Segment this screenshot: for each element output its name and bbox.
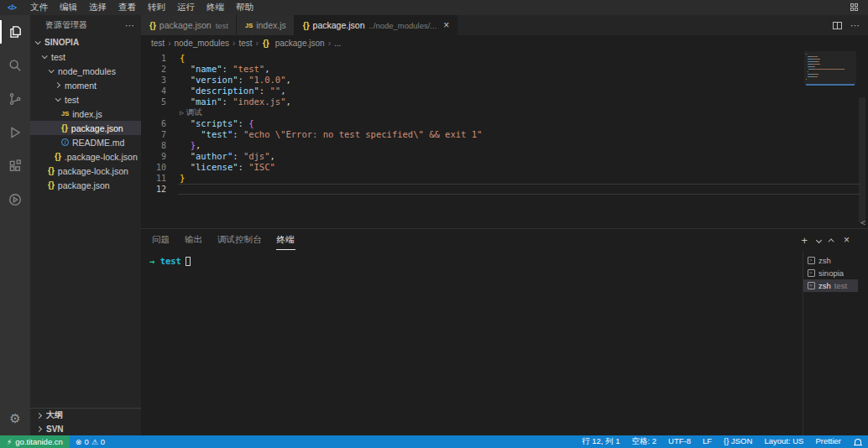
warning-count: 0 [101, 437, 105, 446]
statusbar-item-6[interactable]: Prettier [815, 436, 841, 447]
tab-description: ../node_modules/... [369, 21, 437, 30]
panel-tab-0[interactable]: 问题 [151, 230, 170, 250]
settings-gear-icon[interactable]: ⚙ [0, 402, 30, 435]
extensions-icon[interactable] [0, 149, 30, 183]
window-layout-icon[interactable] [850, 3, 860, 13]
menu-item-0[interactable]: 文件 [24, 2, 54, 13]
warning-icon: ⚠ [92, 438, 98, 446]
statusbar-item-0[interactable]: 行 12, 列 1 [582, 436, 620, 447]
panel-tab-3[interactable]: 终端 [276, 230, 295, 250]
statusbar-right-items: 行 12, 列 1空格: 2UTF-8LF{} JSONLayout: USPr… [582, 436, 841, 447]
minimap-slider[interactable] [804, 51, 856, 85]
code-line-4[interactable]: 4 "description": "", [141, 86, 792, 96]
terminal-icon: > [808, 282, 815, 289]
editor-tab-2[interactable]: {}package.json../node_modules/...× [295, 15, 458, 35]
statusbar-item-2[interactable]: UTF-8 [668, 436, 691, 447]
code-line-10[interactable]: 10 "license": "ISC" [141, 162, 792, 173]
maximize-panel-icon[interactable] [829, 238, 834, 244]
chevron-right-icon [36, 412, 42, 418]
test-runner-icon[interactable] [0, 183, 30, 216]
sidebar-section-0[interactable]: 大纲 [30, 409, 141, 422]
statusbar-item-3[interactable]: LF [703, 436, 712, 447]
explorer-icon[interactable] [0, 15, 30, 49]
terminal-list-item-1[interactable]: >sinopia [803, 267, 858, 279]
terminal-name: sinopia [818, 268, 844, 278]
sidebar-section-1[interactable]: SVN [30, 422, 141, 435]
tree-item-3[interactable]: moment [30, 78, 141, 92]
code-line-3[interactable]: 3 "version": "1.0.0", [141, 75, 792, 86]
minimap[interactable] [806, 54, 855, 86]
breadcrumb-item-0[interactable]: test [151, 39, 165, 48]
close-icon[interactable]: × [443, 20, 449, 30]
statusbar-item-4[interactable]: {} JSON [724, 436, 752, 447]
breadcrumb-item-4[interactable]: ... [334, 39, 341, 48]
breadcrumb-item-1[interactable]: node_modules [174, 39, 229, 48]
chevron-left-icon[interactable]: < [860, 218, 865, 227]
menu-item-7[interactable]: 帮助 [230, 2, 259, 13]
code-line-5[interactable]: 5 "main": "index.js", [141, 96, 792, 107]
new-terminal-icon[interactable]: + [801, 234, 808, 247]
menu-item-4[interactable]: 转到 [142, 2, 171, 13]
terminal-list-item-0[interactable]: >zsh [803, 254, 858, 267]
remote-indicator[interactable]: ⚡ go.titanide.cn [0, 435, 70, 448]
code-line-7[interactable]: 7 "test": "echo \"Error: no test specifi… [141, 129, 792, 140]
editor-tab-1[interactable]: JSindex.js [237, 15, 295, 35]
menu-item-2[interactable]: 选择 [83, 2, 112, 13]
editor-more-actions-icon[interactable]: ⋯ [850, 20, 860, 31]
code-text: }, [180, 140, 201, 151]
editor-scrollbar[interactable] [856, 50, 868, 228]
editor-tab-0[interactable]: {}package.jsontest [141, 15, 237, 35]
chevron-down-icon [35, 39, 41, 44]
run-and-debug-icon[interactable] [0, 116, 30, 149]
code-line-6[interactable]: 6 "scripts": { [141, 118, 792, 129]
code-line-11[interactable]: 11} [141, 173, 792, 184]
line-number: 3 [141, 75, 166, 86]
codelens-debug[interactable]: ▷调试 [141, 107, 792, 118]
breadcrumb-item-3[interactable]: {}package.json [262, 39, 325, 48]
code-line-12[interactable]: 12 [141, 184, 792, 195]
notifications-bell-icon[interactable] [855, 439, 861, 445]
search-icon[interactable] [0, 49, 30, 82]
js-file-icon: JS [61, 110, 69, 117]
code-editor[interactable]: 1{2 "name": "test",3 "version": "1.0.0",… [141, 50, 868, 228]
tree-item-5[interactable]: JSindex.js [30, 107, 141, 121]
tree-item-9[interactable]: {}package-lock.json [30, 164, 141, 178]
code-line-1[interactable]: 1{ [141, 53, 792, 64]
source-control-icon[interactable] [0, 82, 30, 116]
menu-item-3[interactable]: 查看 [112, 2, 142, 13]
code-line-9[interactable]: 9 "author": "djs", [141, 151, 792, 162]
statusbar-item-1[interactable]: 空格: 2 [631, 436, 656, 447]
tree-item-7[interactable]: iREADME.md [30, 135, 141, 149]
tree-item-0[interactable]: SINOPIA [30, 35, 141, 49]
split-editor-icon[interactable] [833, 22, 842, 29]
tree-item-1[interactable]: test [30, 49, 141, 64]
breadcrumb-item-2[interactable]: test [238, 39, 252, 48]
terminal-dropdown-icon[interactable] [816, 237, 822, 242]
explorer-more-actions-icon[interactable]: ⋯ [125, 20, 134, 31]
chevron-down-icon [42, 53, 48, 59]
tree-item-10[interactable]: {}package.json [30, 178, 141, 192]
tree-item-4[interactable]: test [30, 92, 141, 107]
code-line-2[interactable]: 2 "name": "test", [141, 64, 792, 75]
statusbar-item-5[interactable]: Layout: US [764, 436, 803, 447]
terminal-list-item-2[interactable]: >zshtest [803, 279, 858, 292]
menu-item-6[interactable]: 终端 [201, 2, 230, 13]
tree-item-2[interactable]: node_modules [30, 64, 141, 78]
play-icon: ▷ [180, 109, 184, 117]
tree-item-6[interactable]: {}package.json [30, 121, 141, 135]
panel-tab-1[interactable]: 输出 [184, 230, 203, 250]
code-text: "author": "djs", [180, 151, 275, 162]
tab-label: index.js [256, 20, 286, 30]
tree-item-8[interactable]: {}.package-lock.json [30, 149, 141, 164]
problems-status[interactable]: ⊗ 0 ⚠ 0 [70, 435, 111, 448]
panel-scrollbar[interactable] [858, 251, 868, 435]
close-panel-icon[interactable]: × [844, 234, 850, 246]
sidebar-section-label: 大纲 [46, 409, 63, 421]
code-line-8[interactable]: 8 }, [141, 140, 792, 151]
tree-item-label: test [65, 95, 79, 105]
menu-item-1[interactable]: 编辑 [54, 2, 83, 13]
terminal-output[interactable]: → test [141, 251, 803, 435]
panel-tab-2[interactable]: 调试控制台 [217, 230, 263, 250]
menu-item-5[interactable]: 运行 [171, 2, 201, 13]
terminal-desc: test [834, 281, 847, 290]
